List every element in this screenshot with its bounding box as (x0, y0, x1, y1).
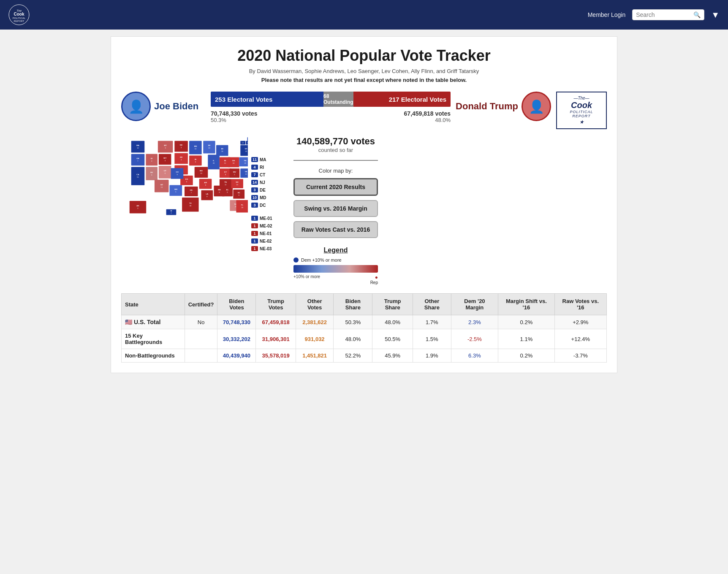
cook-logo-star: ★ (579, 119, 584, 125)
svg-text:KY: KY (224, 171, 227, 173)
svg-text:VT: VT (242, 142, 244, 144)
map-container: WA 12 OR 7 CA 55 ID 4 NV (121, 136, 248, 285)
sidebar: 140,589,770 votes counted so far Color m… (293, 136, 378, 285)
small-state-ri: 4 RI (251, 165, 285, 170)
me01-num: 1 (251, 216, 258, 221)
svg-text:WA: WA (136, 144, 140, 146)
legend-section: Legend Dem +10% or more +10% or more ● R… (293, 246, 378, 285)
cell-margin-shift: 1.1% (498, 329, 554, 349)
state-me (247, 137, 248, 141)
svg-text:9: 9 (227, 191, 228, 193)
legend-rep-label: +10% or more (293, 274, 320, 280)
svg-text:MO: MO (200, 170, 203, 172)
col-state: State (122, 294, 185, 315)
svg-text:OR: OR (136, 157, 139, 160)
col-raw-votes: Raw Votes vs. '16 (554, 294, 606, 315)
table-row: 🇺🇸 U.S. Total No 70,748,330 67,459,818 2… (122, 315, 607, 329)
svg-text:NC: NC (236, 181, 239, 183)
me02-name: ME-02 (260, 224, 272, 228)
cell-state: 🇺🇸 U.S. Total (122, 315, 185, 329)
svg-text:OK: OK (190, 189, 193, 191)
svg-text:9: 9 (177, 173, 178, 176)
svg-text:4: 4 (171, 212, 171, 214)
swing-vs-2016-button[interactable]: Swing vs. 2016 Margin (293, 200, 378, 217)
svg-text:MN: MN (194, 145, 197, 147)
svg-text:11: 11 (225, 184, 226, 186)
table-row: Non-Battlegrounds 40,439,940 35,578,019 … (122, 349, 607, 363)
svg-text:LA: LA (206, 193, 209, 195)
svg-text:HI: HI (170, 210, 172, 212)
trump-vote-pct: 48.0% (404, 117, 451, 123)
svg-text:WY: WY (163, 157, 166, 159)
search-input[interactable] (636, 11, 691, 18)
cell-trump-share: 50.5% (372, 329, 413, 349)
state-pa (239, 157, 248, 167)
raw-votes-cast-button[interactable]: Raw Votes Cast vs. 2016 (293, 221, 378, 238)
small-state-nj: 14 NJ (251, 180, 285, 185)
member-login-link[interactable]: Member Login (588, 11, 626, 18)
cell-other-share: 1.7% (413, 315, 451, 329)
trump-vote-count: 67,459,818 votes (404, 110, 451, 117)
cell-biden-share: 50.3% (334, 315, 372, 329)
cell-trump-share: 48.0% (372, 315, 413, 329)
svg-text:ID: ID (151, 157, 152, 160)
state-or (131, 154, 145, 166)
cell-trump-votes: 31,906,301 (256, 329, 296, 349)
biden-vote-info: 70,748,330 votes 50.3% (211, 110, 258, 123)
svg-text:WV: WV (233, 171, 236, 173)
svg-text:REPORT: REPORT (14, 20, 24, 22)
cell-other-share: 1.5% (413, 329, 451, 349)
ma-name: MA (260, 157, 266, 162)
trump-bar: 217 Electoral Votes (353, 92, 451, 107)
biden-bar: 253 Electoral Votes (211, 92, 323, 107)
cell-other-votes: 2,381,622 (296, 315, 333, 329)
small-state-ne02: 1 NE-02 (251, 238, 285, 244)
ct-num: 7 (251, 172, 258, 177)
dc-name: DC (260, 203, 266, 208)
logo-area: The Cook POLITICAL REPORT (8, 4, 30, 25)
ri-name: RI (260, 165, 264, 170)
current-2020-results-button[interactable]: Current 2020 Results (293, 178, 378, 196)
cell-dem-margin: -2.5% (451, 329, 498, 349)
svg-text:11: 11 (224, 162, 226, 164)
svg-text:SD: SD (180, 156, 182, 158)
cell-dem-margin: 6.3% (451, 349, 498, 363)
header: The Cook POLITICAL REPORT Member Login 🔍… (0, 0, 728, 30)
rep-arrow-icon: ● (375, 274, 378, 280)
cook-logo-line2: Cook (571, 100, 592, 110)
svg-text:NH: NH (247, 142, 248, 144)
svg-text:AR: AR (204, 181, 207, 184)
svg-text:AL: AL (226, 189, 229, 191)
nav-dropdown-arrow[interactable]: ▼ (711, 10, 720, 20)
nj-name: NJ (260, 180, 265, 185)
dc-num: 3 (251, 203, 258, 208)
trump-avatar: 👤 (522, 92, 551, 121)
table-header-row: State Certified? Biden Votes Trump Votes… (122, 294, 607, 315)
trump-name-info: Donald Trump (456, 101, 518, 112)
svg-text:IN: IN (224, 160, 226, 162)
cook-report-logo: The Cook POLITICAL REPORT (8, 4, 30, 25)
us-map: WA 12 OR 7 CA 55 ID 4 NV (121, 136, 248, 216)
legend-dem-label: Dem +10% or more (301, 257, 342, 263)
trump-right: Donald Trump 👤 (456, 92, 551, 121)
biden-info: Joe Biden (154, 101, 198, 112)
cell-trump-share: 45.9% (372, 349, 413, 363)
map-and-states: WA 12 OR 7 CA 55 ID 4 NV (121, 136, 285, 285)
cell-margin-shift: 0.2% (498, 315, 554, 329)
cell-raw-votes: +2.9% (554, 315, 606, 329)
ne02-num: 1 (251, 238, 258, 244)
ri-num: 4 (251, 165, 258, 170)
svg-text:ND: ND (180, 144, 182, 146)
cell-biden-share: 48.0% (334, 329, 372, 349)
outstanding-bar: 68 Outstanding (323, 92, 353, 107)
small-state-me02: 1 ME-02 (251, 223, 285, 228)
svg-text:VA: VA (245, 171, 248, 173)
small-state-ct: 7 CT (251, 172, 285, 177)
col-other-share: Other Share (413, 294, 451, 315)
me01-name: ME-01 (260, 216, 272, 221)
biden-name: Joe Biden (154, 101, 198, 112)
color-gradient (293, 265, 378, 273)
nj-num: 14 (251, 180, 258, 185)
ct-name: CT (260, 173, 265, 177)
svg-text:MI: MI (221, 148, 223, 150)
